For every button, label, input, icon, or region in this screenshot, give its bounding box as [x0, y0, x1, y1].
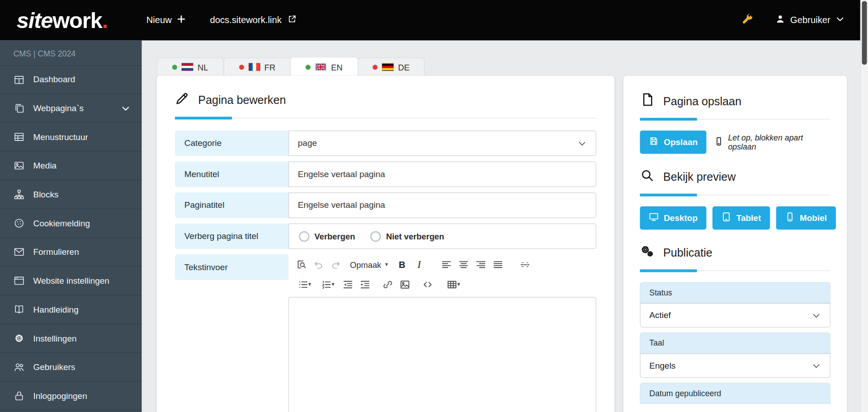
sidebar-item-website-instellingen[interactable]: Website instellingen [0, 267, 142, 295]
save-button[interactable]: Opslaan [640, 131, 707, 154]
sidebar-item-label: Instellingen [33, 333, 76, 343]
status-select[interactable]: Actief [640, 303, 830, 328]
align-right-icon[interactable] [472, 256, 489, 273]
chevron-down-icon [811, 311, 821, 320]
sidebar-item-label: Inlogpogingen [33, 391, 87, 401]
align-center-icon[interactable] [455, 256, 472, 273]
page-title: Pagina bewerken [198, 93, 286, 106]
gears-icon [640, 244, 655, 261]
caret-down-icon: ▾ [331, 281, 334, 287]
taal-select[interactable]: Engels [640, 353, 830, 378]
pages-icon [13, 103, 25, 114]
preview-device-row: Desktop Tablet Mobiel [640, 206, 830, 229]
preview-tablet-button[interactable]: Tablet [712, 206, 770, 229]
paginatitel-row: Paginatitel [175, 192, 596, 218]
sidebar-item-menustructuur[interactable]: Menustructuur [0, 123, 142, 152]
sidebar-item-label: Menustructuur [33, 132, 88, 142]
topbar: sitework. Nieuw docs.sitework.link Gebru… [0, 0, 868, 40]
status-dot-green [306, 65, 311, 70]
scrollbar-thumb[interactable] [862, 1, 867, 65]
users-icon [13, 361, 25, 373]
tab-fr[interactable]: FR [224, 57, 291, 75]
datum-group: Datum gepubliceerd [640, 383, 830, 404]
menutitel-input[interactable] [288, 162, 596, 187]
caret-down-icon: ▾ [457, 281, 460, 287]
preview-desktop-button[interactable]: Desktop [640, 206, 707, 229]
file-icon [640, 92, 655, 109]
chevron-down-icon [121, 103, 131, 113]
italic-button[interactable]: I [410, 256, 428, 273]
status-value: Actief [649, 310, 670, 320]
image-icon[interactable] [396, 276, 414, 293]
sidebar-item-webpaginas[interactable]: Webpagina`s [0, 94, 142, 123]
tab-label: NL [198, 62, 208, 72]
categorie-value: page [298, 138, 317, 148]
sidebar-item-blocks[interactable]: Blocks [0, 180, 142, 209]
categorie-select[interactable]: page [288, 131, 596, 156]
tab-nl[interactable]: NL [157, 57, 224, 75]
page-actions-card: Pagina opslaan Opslaan Let op, blokken a… [623, 76, 847, 412]
user-menu[interactable]: Gebruiker [775, 14, 845, 27]
tekstinvoer-editor[interactable] [288, 297, 596, 412]
redo-icon[interactable] [327, 256, 344, 273]
undo-icon[interactable] [310, 256, 327, 273]
table-icon[interactable]: ▾ [442, 276, 465, 293]
horizontal-rule-icon[interactable] [516, 256, 533, 273]
brand-logo[interactable]: sitework. [17, 9, 108, 31]
dashboard-icon [13, 74, 25, 85]
opmaak-dropdown[interactable]: Opmaak ▾ [344, 256, 394, 273]
sidebar-item-cookiemelding[interactable]: Cookiemelding [0, 209, 142, 238]
title-accent-rule [640, 118, 830, 121]
brand-site: site [17, 8, 53, 33]
indent-icon[interactable] [357, 276, 374, 293]
paginatitel-input[interactable] [288, 192, 596, 218]
sidebar-item-media[interactable]: Media [0, 152, 142, 181]
radio-verbergen[interactable]: Verbergen [299, 231, 355, 241]
numbered-list-icon[interactable]: ▾ [316, 276, 339, 293]
tekstinvoer-label: Tekstinvoer [175, 254, 288, 280]
new-button-label: Nieuw [146, 15, 172, 25]
sidebar-item-inlogpogingen[interactable]: Inlogpogingen [0, 382, 142, 411]
radio-niet-verbergen[interactable]: Niet verbergen [371, 231, 444, 241]
sidebar-item-handleiding[interactable]: Handleiding [0, 295, 142, 324]
taal-group-header: Taal [640, 332, 830, 354]
preview-mobile-button[interactable]: Mobiel [776, 206, 835, 229]
preview-source-icon[interactable] [293, 256, 310, 273]
code-icon[interactable] [419, 276, 436, 293]
bold-button[interactable]: B [393, 256, 410, 273]
bullet-list-icon[interactable]: ▾ [293, 276, 316, 293]
sidebar-item-formulieren[interactable]: Formulieren [0, 238, 142, 267]
save-row: Opslaan Let op, blokken apart opslaan [640, 131, 830, 154]
link-icon[interactable] [379, 276, 396, 293]
main-content: NL FR EN DE Pagina [142, 40, 868, 412]
sidebar-item-instellingen[interactable]: Instellingen [0, 324, 142, 353]
categorie-label: Categorie [175, 131, 288, 156]
status-group-header: Status [640, 282, 830, 303]
title-accent-rule [640, 194, 830, 197]
pencil-icon [175, 91, 189, 108]
align-justify-icon[interactable] [489, 256, 506, 273]
domain-link[interactable]: docs.sitework.link [210, 14, 296, 26]
new-button[interactable]: Nieuw [146, 15, 186, 25]
page-edit-title: Pagina bewerken [175, 91, 596, 108]
align-left-icon[interactable] [438, 256, 455, 273]
wrench-icon[interactable] [740, 13, 754, 27]
scrollbar[interactable] [860, 0, 868, 412]
chevron-down-icon [811, 361, 821, 370]
topbar-right: Gebruiker [740, 13, 845, 27]
sidebar-item-label: Handleiding [33, 304, 78, 314]
status-dot-red [239, 65, 244, 70]
media-icon [13, 160, 25, 172]
verberg-radio-group: Verbergen Niet verbergen [288, 224, 596, 249]
sidebar-item-gebruikers[interactable]: Gebruikers [0, 353, 142, 382]
opmaak-label: Opmaak [350, 260, 381, 269]
outdent-icon[interactable] [340, 276, 357, 293]
tab-en[interactable]: EN [291, 57, 358, 75]
sidebar-item-label: Media [33, 161, 57, 171]
save-disk-icon [649, 136, 659, 148]
save-section-title: Pagina opslaan [640, 92, 830, 109]
app-window: sitework. Nieuw docs.sitework.link Gebru… [0, 0, 868, 412]
tab-de[interactable]: DE [358, 57, 425, 75]
sidebar-item-dashboard[interactable]: Dashboard [0, 65, 142, 94]
page-edit-card: Pagina bewerken Categorie page Menutitel [157, 76, 615, 412]
